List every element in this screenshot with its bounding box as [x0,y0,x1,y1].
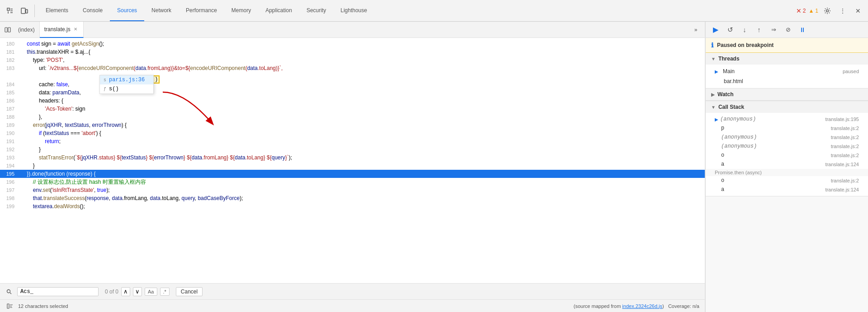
tab-sources[interactable]: Sources [110,0,144,21]
tab-console[interactable]: Console [75,0,110,21]
code-line-188: 188 }, [0,113,705,121]
main-container: (index) translate.js ✕ » getAcsSign() s … [0,22,868,312]
step-btn[interactable]: ⇒ [767,23,780,36]
cs-fn-0: (anonymous) [720,116,825,122]
file-tab-translate-label: translate.js [44,26,71,33]
file-tab-index[interactable]: (index) [14,22,40,38]
search-icon [4,286,14,297]
code-line-181: 181 this.translateXHR = $.aj...{ [0,48,705,56]
callstack-item-2[interactable]: (anonymous) translate.js:2 [706,133,868,142]
right-scrollable: ▼ Threads ▶ Main paused bar.html [706,53,868,312]
line-num-181: 181 [0,48,19,56]
callstack-item-5[interactable]: a translate.js:124 [706,160,868,169]
search-prev-btn[interactable]: ∧ [121,287,130,296]
more-btn[interactable]: ⋮ [836,5,849,17]
thread-barhtml-name: bar.html [724,78,855,84]
line-num-184: 184 [0,80,19,88]
inspect-element-btn[interactable] [4,5,16,17]
code-lines: getAcsSign() s paris.js:36 ƒ s() [0,38,705,212]
tooltip-item-2[interactable]: ƒ s() [100,84,153,93]
cs-file-4: translate.js:2 [831,153,859,158]
format-btn[interactable] [5,302,14,311]
thread-main-name: Main [723,68,839,75]
close-tab-btn[interactable]: ✕ [72,26,79,33]
step-out-btn[interactable]: ↑ [753,23,765,36]
watch-chevron: ▶ [711,92,715,97]
callstack-item-0[interactable]: ▶ (anonymous) translate.js:195 [706,115,868,124]
threads-label: Threads [718,56,740,62]
tab-elements[interactable]: Elements [38,0,75,21]
more-tabs-btn[interactable]: » [689,23,703,37]
line-code-190: if (textStatus === 'abort') { [19,129,705,137]
line-num-190: 190 [0,129,19,137]
deactivate-btn[interactable]: ⊘ [782,23,794,36]
line-code-188: }, [19,113,705,121]
tab-security[interactable]: Security [299,0,333,21]
error-x-icon: ✕ [796,7,802,14]
callstack-item-6[interactable]: o translate.js:2 [706,176,868,185]
thread-barhtml[interactable]: bar.html [706,76,868,86]
warn-triangle-icon: ▲ [808,8,814,14]
tab-network[interactable]: Network [144,0,179,21]
tab-memory[interactable]: Memory [224,0,258,21]
line-code-199: textarea.dealWords(); [19,202,705,210]
callstack-item-1[interactable]: p translate.js:2 [706,124,868,133]
line-num-192: 192 [0,145,19,154]
tab-performance[interactable]: Performance [179,0,224,21]
file-tab-translate[interactable]: translate.js ✕ [40,22,84,38]
cs-fn-5: a [721,161,825,168]
threads-chevron: ▼ [711,56,716,61]
watch-header[interactable]: ▶ Watch [706,88,868,101]
file-tab-index-label: (index) [18,27,35,33]
close-devtools-btn[interactable]: ✕ [852,5,864,17]
source-mapped: (source mapped from index.2324c26d.js) C… [574,303,699,309]
warn-count: 1 [815,8,818,14]
threads-header[interactable]: ▼ Threads [706,53,868,65]
code-line-193: 193 statTransError(`${jqXHR.status} ${te… [0,154,705,162]
tooltip-fn-label: s() [109,86,119,92]
line-num-188: 188 [0,113,19,121]
step-over-btn[interactable]: ↺ [724,23,736,36]
line-num-185: 185 [0,88,19,97]
callstack-item-4[interactable]: o translate.js:2 [706,151,868,160]
pause-exceptions-btn[interactable]: ⏸ [796,23,809,36]
toggle-navigator-btn[interactable] [2,24,14,36]
cs-arrow-icon-0: ▶ [715,117,718,122]
callstack-header[interactable]: ▼ Call Stack [706,101,868,113]
selected-text: 12 characters selected [18,303,68,309]
code-line-196: 196 // 设置标志位,防止设置 hash 时重置输入框内容 [0,178,705,186]
paused-banner: ℹ Paused on breakpoint [706,38,868,53]
tab-lighthouse[interactable]: Lighthouse [333,0,374,21]
thread-main[interactable]: ▶ Main paused [706,66,868,76]
case-sensitive-btn[interactable]: Aa [145,288,157,296]
source-icon: s [104,78,106,83]
line-code-192: } [19,145,705,154]
code-line-180: 180 const sign = await getAcsSign(); [0,40,705,48]
tooltip-item-1[interactable]: s paris.js:36 [100,75,153,84]
resume-btn[interactable]: ▶ [709,23,722,36]
cs-fn-7: a [721,186,825,193]
line-code-181: this.translateXHR = $.aj...{ [19,48,705,56]
settings-btn[interactable] [821,5,834,17]
callstack-item-7[interactable]: a translate.js:124 [706,185,868,194]
step-into-btn[interactable]: ↓ [738,23,751,36]
search-cancel-btn[interactable]: Cancel [176,287,203,296]
cs-fn-6: o [721,177,831,184]
cs-file-6: translate.js:2 [831,178,859,183]
error-count: 2 [803,8,806,14]
tooltip-link-paris[interactable]: paris.js:36 [109,77,145,83]
search-next-btn[interactable]: ∨ [133,287,142,296]
code-area: getAcsSign() s paris.js:36 ƒ s() [0,38,705,283]
line-code-186: headers: { [19,97,705,105]
source-map-link[interactable]: index.2324c26d.js [622,303,662,309]
search-input[interactable] [17,287,99,296]
device-toggle-btn[interactable] [18,5,31,17]
paused-label: Paused on breakpoint [717,42,774,48]
error-badge: ✕ 2 [796,7,806,14]
regex-btn[interactable]: .* [160,288,170,296]
cs-file-2: translate.js:2 [831,135,859,140]
tab-application[interactable]: Application [258,0,299,21]
warn-badge: ▲ 1 [808,8,818,14]
line-code-198: that.translateSuccess(response, data.fro… [19,194,705,202]
callstack-item-3[interactable]: (anonymous) translate.js:2 [706,142,868,151]
